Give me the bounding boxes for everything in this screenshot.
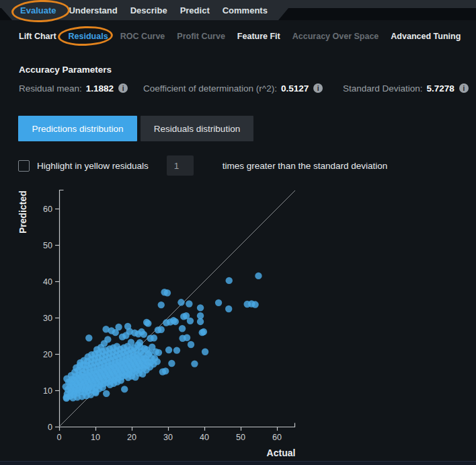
scatter-point: [226, 277, 233, 284]
highlight-label-before: Highlight in yellow residuals: [37, 161, 149, 171]
metric-value: 5.7278: [427, 83, 454, 94]
scatter-point: [115, 324, 122, 330]
y-tick-label: 40: [43, 277, 52, 287]
x-tick-label: 0: [57, 433, 62, 442]
scatter-point: [104, 336, 111, 343]
scatter-point: [179, 325, 186, 332]
scatter-point: [200, 328, 207, 335]
top-bar-background: EvaluateUnderstandDescribePredictComment…: [0, 0, 476, 20]
scatter-point: [85, 334, 92, 341]
metric-value: 1.1882: [86, 83, 114, 94]
metric-value: 0.5127: [281, 83, 309, 94]
x-tick-label: 10: [91, 433, 100, 442]
scatter-point: [187, 318, 194, 324]
scatter-point: [168, 360, 175, 367]
subnav-item-advanced-tuning[interactable]: Advanced Tuning: [391, 32, 461, 41]
scatter-point: [197, 304, 204, 311]
x-axis-label: Actual: [267, 448, 296, 458]
scatter-point: [143, 319, 150, 326]
scatter-point: [186, 300, 192, 307]
std-multiplier-input[interactable]: [167, 155, 194, 176]
metric-label: Residual mean:: [19, 83, 82, 94]
y-axis-label: Predicted: [17, 190, 28, 234]
x-tick-label: 50: [236, 433, 245, 442]
subnav-item-roc-curve[interactable]: ROC Curve: [120, 32, 165, 41]
scatter-point: [255, 273, 262, 279]
info-icon[interactable]: i: [118, 83, 128, 93]
scatter-point: [151, 334, 157, 341]
y-tick-label: 30: [43, 314, 52, 323]
scatter-point: [141, 331, 147, 338]
x-tick-label: 60: [272, 433, 282, 442]
scatter-point: [154, 358, 161, 365]
highlight-label-after: times greater than the standard deviatio…: [223, 161, 387, 171]
scatter-point: [197, 318, 204, 325]
scatter-point: [165, 347, 172, 353]
distribution-toggle: Predictions distribution Residuals distr…: [18, 116, 253, 141]
accuracy-parameters-title: Accuracy Parameters: [19, 65, 112, 75]
scatter-point: [136, 339, 143, 346]
subnav-item-feature-fit[interactable]: Feature Fit: [237, 32, 280, 41]
y-tick-label: 50: [43, 241, 52, 250]
scatter-point: [191, 360, 198, 367]
scatter-point: [188, 341, 194, 348]
scatter-point: [155, 349, 162, 356]
info-icon[interactable]: i: [459, 83, 469, 93]
y-tick-label: 0: [48, 423, 52, 432]
y-tick-label: 60: [43, 205, 52, 214]
residuals-distribution-button[interactable]: Residuals distribution: [141, 116, 253, 141]
top-tab-evaluate[interactable]: Evaluate: [20, 5, 56, 15]
highlight-residuals-row: Highlight in yellow residuals times grea…: [18, 155, 387, 176]
info-icon[interactable]: i: [313, 83, 323, 93]
subnav-item-accuracy-over-space[interactable]: Accuracy Over Space: [292, 32, 379, 41]
highlight-residuals-checkbox[interactable]: [18, 160, 30, 172]
metric-label: Standard Deviation:: [343, 83, 423, 94]
predictions-distribution-button[interactable]: Predictions distribution: [18, 116, 137, 141]
subnav-item-lift-chart[interactable]: Lift Chart: [19, 32, 56, 41]
scatter-point: [164, 289, 171, 296]
top-tab-predict[interactable]: Predict: [180, 5, 210, 15]
scatter-point: [177, 299, 184, 306]
subnav-item-residuals[interactable]: Residuals: [69, 32, 108, 41]
x-tick-label: 20: [127, 433, 136, 442]
subnav-item-profit-curve[interactable]: Profit Curve: [177, 32, 225, 41]
y-tick-label: 20: [43, 350, 52, 359]
scatter-point: [173, 347, 180, 353]
x-tick-label: 30: [163, 433, 173, 442]
scatter-point: [103, 390, 110, 397]
scatter-point: [251, 301, 258, 308]
top-tab-describe[interactable]: Describe: [130, 5, 167, 15]
x-tick-label: 40: [200, 433, 209, 442]
scatter-point: [202, 349, 208, 355]
top-tab-comments[interactable]: Comments: [223, 5, 268, 15]
scatter-point: [225, 306, 232, 312]
residuals-scatter-chart: 01020304050600102030405060PredictedActua…: [0, 182, 476, 465]
metric-label: Coefficient of determination (r^2):: [143, 83, 277, 94]
scatter-point: [158, 326, 165, 333]
evaluate-subnav: Lift ChartResidualsROC CurveProfit Curve…: [19, 32, 461, 41]
metric: Standard Deviation:5.7278i: [343, 81, 469, 95]
scatter-point: [158, 301, 165, 308]
main-nav: EvaluateUnderstandDescribePredictComment…: [0, 0, 476, 20]
scatter-point: [215, 299, 222, 306]
scatter-point: [172, 318, 179, 325]
bottom-divider: [0, 461, 476, 465]
top-tab-understand[interactable]: Understand: [69, 5, 117, 15]
metric: Residual mean:1.1882i: [19, 81, 128, 95]
scatter-point: [121, 386, 128, 392]
scatter-point: [184, 334, 190, 341]
metric: Coefficient of determination (r^2):0.512…: [143, 81, 323, 95]
y-tick-label: 10: [43, 386, 52, 396]
scatter-point: [162, 367, 169, 374]
